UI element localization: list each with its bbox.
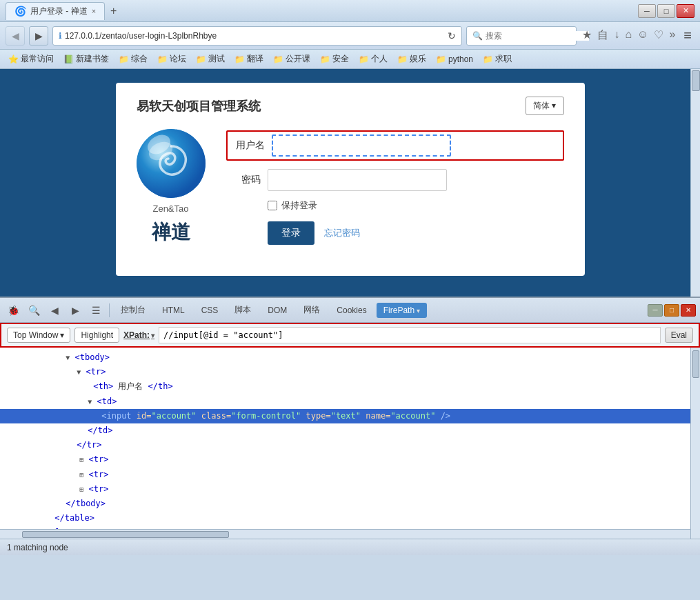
highlight-btn[interactable]: Highlight bbox=[74, 328, 119, 343]
forgot-link[interactable]: 忘记密码 bbox=[324, 227, 360, 239]
top-window-label: Top Window bbox=[13, 330, 58, 340]
bookmark-folder-0[interactable]: 📁 综合 bbox=[116, 52, 150, 66]
bookmark-most-visited[interactable]: ⭐ 最常访问 bbox=[6, 52, 57, 66]
expand-tr1[interactable]: ▼ bbox=[77, 368, 81, 376]
expand-td[interactable]: ▼ bbox=[88, 398, 92, 406]
forward-btn[interactable]: ▶ bbox=[29, 26, 48, 46]
nav-action-4[interactable]: ♡ bbox=[652, 27, 665, 44]
devtools-icon-inspect[interactable]: 🔍 bbox=[25, 301, 43, 319]
new-tab-btn[interactable]: + bbox=[105, 2, 122, 20]
tree-line-th: <th> 用户名 </th> bbox=[0, 379, 690, 394]
devtools-tree-area: ▼ <tbody> ▼ <tr> <th> 用户名 </th> ▼ bbox=[0, 348, 690, 539]
username-row: 用户名 bbox=[226, 130, 564, 161]
devtools-panel: 🐞 🔍 ◀ ▶ ☰ 控制台 HTML CSS 脚本 DOM 网络 Cookies… bbox=[0, 297, 700, 555]
xpath-label-text: XPath: bbox=[123, 330, 150, 340]
home-btn[interactable]: ⌂ bbox=[623, 27, 633, 44]
bookmark-label-0: 最常访问 bbox=[21, 53, 54, 65]
devtools-icon-back[interactable]: ◀ bbox=[46, 301, 63, 319]
tab-firepath[interactable]: FirePath ▾ bbox=[377, 303, 428, 318]
bookmark-label-2: 综合 bbox=[131, 53, 148, 65]
refresh-btn[interactable]: ↻ bbox=[448, 30, 456, 41]
devtools-icon-bug[interactable]: 🐞 bbox=[4, 301, 22, 319]
minimize-btn[interactable]: ─ bbox=[638, 4, 656, 18]
title-bar-left: 🌀 用户登录 - 禅道 × + bbox=[6, 2, 638, 20]
folder-icon-3: 📁 bbox=[234, 54, 245, 64]
expand-tr4[interactable]: ⊞ bbox=[79, 486, 83, 493]
tree-line-tbody: ▼ <tbody> bbox=[0, 350, 690, 365]
top-window-btn[interactable]: Top Window ▾ bbox=[7, 328, 70, 343]
close-btn[interactable]: ✕ bbox=[677, 4, 694, 18]
folder-icon-1: 📁 bbox=[157, 54, 168, 64]
xpath-dropdown[interactable]: ▾ bbox=[151, 332, 154, 339]
bookmark-folder-4[interactable]: 📁 公开课 bbox=[270, 52, 313, 66]
title-bar: 🌀 用户登录 - 禅道 × + ─ □ ✕ bbox=[0, 0, 700, 22]
tab-network[interactable]: 网络 bbox=[297, 301, 327, 319]
horizontal-scrollbar[interactable] bbox=[0, 529, 690, 539]
browser-tab[interactable]: 🌀 用户登录 - 禅道 × bbox=[6, 2, 105, 20]
tab-cookies[interactable]: Cookies bbox=[330, 303, 373, 318]
html-tree[interactable]: ▼ <tbody> ▼ <tr> <th> 用户名 </th> ▼ bbox=[0, 348, 690, 529]
search-input[interactable] bbox=[486, 31, 589, 41]
login-container: 易软天创项目管理系统 简体 ▾ bbox=[116, 83, 585, 276]
nav-action-1[interactable]: 自 bbox=[596, 27, 610, 44]
tab-console[interactable]: 控制台 bbox=[114, 301, 152, 319]
bookmark-folder-3[interactable]: 📁 翻译 bbox=[232, 52, 266, 66]
bookmark-star-btn[interactable]: ★ bbox=[581, 27, 593, 44]
url-bar: ℹ ↻ bbox=[52, 26, 462, 46]
bookmark-folder-1[interactable]: 📁 论坛 bbox=[154, 52, 189, 66]
nav-action-3[interactable]: ☺ bbox=[636, 27, 650, 44]
eval-btn[interactable]: Eval bbox=[665, 328, 693, 343]
tab-html[interactable]: HTML bbox=[155, 303, 192, 318]
browser-scrollbar[interactable] bbox=[690, 69, 700, 297]
expand-tr2[interactable]: ⊞ bbox=[79, 456, 83, 463]
more-btn[interactable]: » bbox=[668, 27, 677, 44]
top-window-arrow: ▾ bbox=[60, 330, 64, 340]
tree-line-tr3: ⊞ <tr> bbox=[0, 468, 690, 482]
tree-line-input-selected[interactable]: <input id="account" class="form-control"… bbox=[0, 409, 690, 423]
maximize-btn[interactable]: □ bbox=[657, 4, 675, 18]
devtools-close-btn[interactable]: ✕ bbox=[681, 304, 696, 317]
bookmark-new[interactable]: 📗 新建书签 bbox=[61, 52, 112, 66]
remember-checkbox[interactable] bbox=[268, 201, 277, 210]
devtools-right-scrollbar[interactable] bbox=[690, 348, 700, 539]
expand-tr3[interactable]: ⊞ bbox=[79, 471, 83, 479]
h-scroll-thumb bbox=[22, 531, 229, 538]
devtools-icon-list[interactable]: ☰ bbox=[87, 301, 105, 319]
logo-svg bbox=[137, 129, 206, 198]
tab-script[interactable]: 脚本 bbox=[228, 301, 258, 319]
password-input[interactable] bbox=[268, 169, 447, 191]
url-input[interactable] bbox=[65, 31, 445, 41]
bookmark-label-11: 求职 bbox=[495, 53, 512, 65]
tree-line-td-close: </td> bbox=[0, 423, 690, 438]
logo-text-en: Zen&Tao bbox=[152, 203, 188, 214]
tab-css[interactable]: CSS bbox=[194, 303, 226, 318]
bookmarks-bar: ⭐ 最常访问 📗 新建书签 📁 综合 📁 论坛 📁 测试 📁 翻译 📁 公开课 … bbox=[0, 50, 700, 69]
bookmark-folder-5[interactable]: 📁 安全 bbox=[317, 52, 352, 66]
tab-icon: 🌀 bbox=[14, 6, 26, 17]
login-form: 用户名 密码 保持登录 登录 忘记密码 bbox=[226, 130, 564, 245]
bookmark-folder-9[interactable]: 📁 求职 bbox=[480, 52, 514, 66]
back-btn[interactable]: ◀ bbox=[6, 26, 25, 46]
tab-close-btn[interactable]: × bbox=[92, 7, 96, 15]
login-btn[interactable]: 登录 bbox=[268, 221, 314, 245]
folder-icon-0: 📁 bbox=[119, 54, 129, 64]
lang-btn[interactable]: 简体 ▾ bbox=[526, 97, 563, 115]
devtools-restore-btn[interactable]: □ bbox=[664, 304, 679, 317]
bookmark-folder-7[interactable]: 📁 娱乐 bbox=[394, 52, 429, 66]
nav-action-2[interactable]: ↓ bbox=[612, 27, 621, 44]
bookmark-folder-8[interactable]: 📁 python bbox=[433, 53, 476, 66]
tab-dom[interactable]: DOM bbox=[261, 303, 294, 318]
expand-tbody[interactable]: ▼ bbox=[66, 354, 70, 361]
nav-actions: ★ 自 ↓ ⌂ ☺ ♡ » bbox=[581, 27, 677, 44]
bookmark-folder-6[interactable]: 📁 个人 bbox=[356, 52, 390, 66]
menu-btn[interactable]: ≡ bbox=[681, 26, 694, 45]
tree-line-tbody-close: </tbody> bbox=[0, 497, 690, 511]
app-title: 易软天创项目管理系统 bbox=[137, 98, 261, 114]
new-bookmark-icon: 📗 bbox=[63, 54, 74, 64]
username-input-dashed[interactable] bbox=[272, 134, 451, 157]
search-bar: 🔍 bbox=[466, 26, 577, 46]
bookmark-folder-2[interactable]: 📁 测试 bbox=[193, 52, 228, 66]
devtools-minimize-btn[interactable]: ─ bbox=[648, 304, 663, 317]
xpath-input[interactable] bbox=[159, 327, 661, 343]
devtools-icon-fwd[interactable]: ▶ bbox=[66, 301, 84, 319]
